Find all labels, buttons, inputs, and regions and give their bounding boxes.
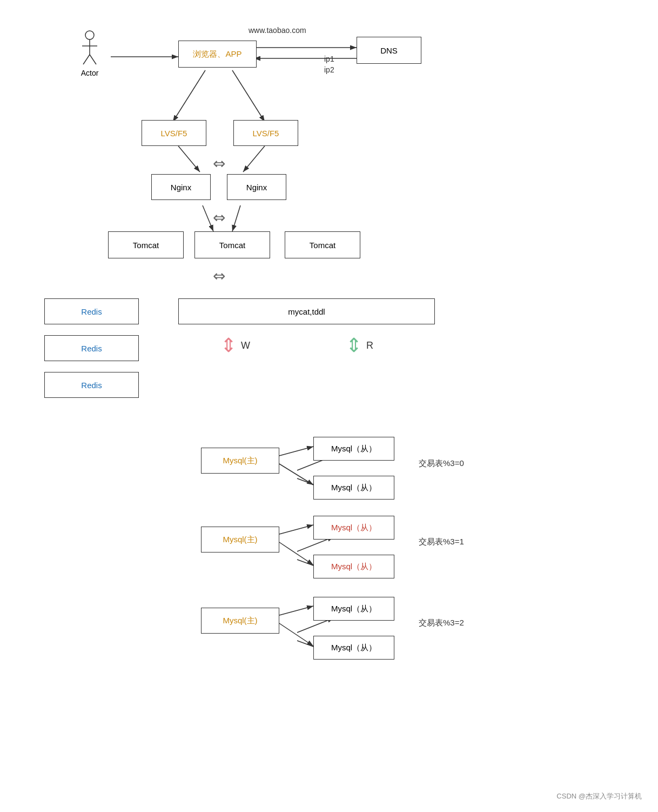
url-label: www.taobao.com [249, 26, 306, 35]
redis3-box: Redis [44, 372, 139, 398]
lvs1-label: LVS/F5 [161, 129, 187, 138]
r-arrow: ⇕ R [346, 334, 373, 357]
r-arrow-icon: ⇕ [346, 334, 362, 357]
actor-label: Actor [81, 69, 99, 77]
mysql-slave3a-label: Mysql（从） [331, 604, 377, 614]
lvs-nginx-arrow: ⇔ [205, 152, 232, 174]
tomcat2-box: Tomcat [194, 231, 270, 258]
tomcat1-label: Tomcat [133, 241, 159, 250]
shard1-label: 交易表%3=0 [419, 458, 464, 469]
tomcat3-box: Tomcat [285, 231, 360, 258]
nginx2-box: Nginx [227, 174, 286, 200]
svg-line-20 [83, 55, 90, 64]
nginx1-label: Nginx [171, 183, 191, 192]
mysql-slave1b-label: Mysql（从） [331, 483, 377, 493]
lvs2-box: LVS/F5 [233, 120, 298, 146]
lvs1-box: LVS/F5 [142, 120, 206, 146]
svg-line-21 [90, 55, 96, 64]
w-label: W [241, 340, 250, 351]
redis1-box: Redis [44, 298, 139, 324]
w-arrow-icon: ⇕ [220, 334, 237, 357]
tomcat1-box: Tomcat [108, 231, 184, 258]
redis3-label: Redis [81, 381, 102, 390]
mycat-label: mycat,tddl [288, 307, 325, 316]
svg-line-10 [232, 205, 240, 231]
shard3-label: 交易表%3=2 [419, 618, 464, 628]
nginx-tomcat-arrow: ⇔ [205, 207, 232, 228]
svg-line-5 [173, 70, 205, 122]
actor-icon [80, 30, 99, 68]
tomcat3-label: Tomcat [310, 241, 335, 250]
mysql-slave2a-box: Mysql（从） [313, 516, 394, 540]
w-arrow: ⇕ W [220, 334, 250, 357]
mysql-master1-box: Mysql(主) [201, 448, 279, 474]
r-label: R [366, 340, 373, 351]
ip-label: ip1 ip2 [324, 54, 334, 75]
tomcat-mycat-arrow: ⇔ [205, 265, 232, 287]
svg-line-24 [279, 464, 313, 485]
ip1-label: ip1 [324, 55, 334, 63]
dns-label: DNS [380, 46, 398, 55]
nginx1-box: Nginx [151, 174, 211, 200]
mysql-master2-box: Mysql(主) [201, 527, 279, 553]
svg-line-23 [279, 447, 313, 456]
nginx2-label: Nginx [246, 183, 267, 192]
shard2-label: 交易表%3=1 [419, 537, 464, 547]
mysql-slave3a-box: Mysql（从） [313, 597, 394, 621]
mysql1-lines [0, 0, 658, 812]
arrows-svg [0, 0, 658, 812]
svg-point-17 [85, 31, 94, 39]
redis1-label: Redis [81, 307, 102, 316]
mysql-master3-label: Mysql(主) [223, 616, 257, 626]
dns-box: DNS [357, 37, 421, 64]
svg-line-27 [279, 606, 313, 615]
browser-label: 浏览器、APP [193, 49, 241, 59]
mysql-master3-box: Mysql(主) [201, 608, 279, 634]
svg-line-26 [279, 542, 313, 565]
lvs2-label: LVS/F5 [253, 129, 279, 138]
mysql-slave1b-box: Mysql（从） [313, 476, 394, 500]
ip2-label: ip2 [324, 65, 334, 74]
tomcat2-label: Tomcat [219, 241, 245, 250]
mysql-slave3b-box: Mysql（从） [313, 636, 394, 660]
actor: Actor [80, 30, 99, 77]
redis2-box: Redis [44, 335, 139, 361]
browser-box: 浏览器、APP [178, 41, 257, 68]
svg-line-7 [178, 146, 200, 172]
mysql-master1-label: Mysql(主) [223, 456, 257, 466]
svg-line-25 [279, 525, 313, 534]
footer-label: CSDN @杰深入学习计算机 [556, 791, 642, 801]
svg-line-8 [243, 146, 265, 172]
mysql-slave2a-label: Mysql（从） [331, 523, 377, 533]
svg-line-28 [279, 623, 313, 646]
mysql-slave3b-label: Mysql（从） [331, 643, 377, 653]
mysql-slave1a-label: Mysql（从） [331, 444, 377, 454]
mysql-slave1a-box: Mysql（从） [313, 437, 394, 461]
mysql-slave2b-label: Mysql（从） [331, 562, 377, 572]
diagram-container: www.taobao.com Actor 浏览器、APP DNS ip1 ip2… [0, 0, 658, 812]
mycat-box: mycat,tddl [178, 298, 435, 324]
svg-line-6 [232, 70, 265, 122]
mysql-slave2b-box: Mysql（从） [313, 555, 394, 578]
redis2-label: Redis [81, 344, 102, 353]
mysql-master2-label: Mysql(主) [223, 535, 257, 545]
